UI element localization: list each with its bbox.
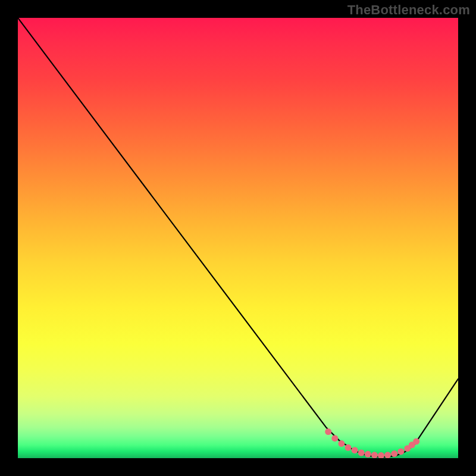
marker-dot — [338, 440, 345, 447]
marker-dot — [345, 444, 352, 451]
marker-dot — [352, 447, 358, 453]
marker-dot — [384, 452, 391, 458]
marker-group — [325, 428, 419, 458]
marker-dot — [378, 452, 384, 458]
curve-line — [18, 18, 458, 457]
marker-dot — [397, 448, 404, 455]
chart-svg — [18, 18, 458, 458]
marker-dot — [358, 450, 365, 456]
curve-line-group — [18, 18, 458, 457]
marker-dot — [325, 428, 331, 435]
marker-dot — [371, 452, 378, 458]
plot-area — [18, 18, 458, 458]
marker-dot — [391, 450, 397, 457]
marker-dot — [331, 435, 338, 441]
chart-frame: TheBottleneck.com — [0, 0, 476, 476]
marker-dot — [413, 438, 419, 444]
marker-dot — [365, 451, 371, 458]
watermark-text: TheBottleneck.com — [347, 2, 470, 18]
